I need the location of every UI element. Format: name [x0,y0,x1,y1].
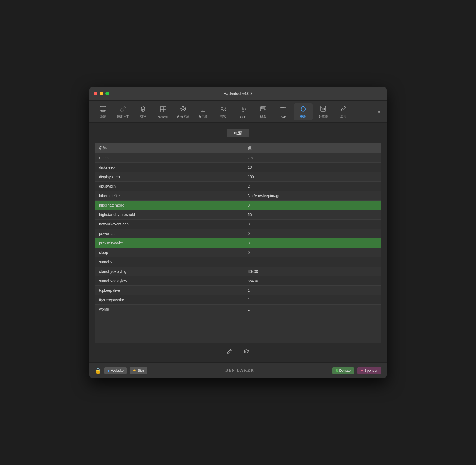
table-cell-name: hibernatemode [95,201,243,210]
sidebar-item-kext[interactable]: 内核扩展 [174,103,193,120]
table-cell-value: 2 [243,182,382,191]
audio-label: 音频 [220,115,226,119]
table-cell-value: 0 [243,201,382,210]
usb-label: USB [240,115,246,118]
content-area: 电源 名称 值 SleepOndisksleep10displaysleep18… [89,123,387,362]
table-cell-name: proximitywake [95,238,243,248]
sidebar-item-power[interactable]: 电源 [294,103,313,120]
footer-left: 🔒 ● Website ★ Star [95,367,147,374]
footer: 🔒 ● Website ★ Star BEN BAKER $ Donate ♥ … [89,362,387,378]
star-icon: ★ [133,368,136,373]
svg-rect-40 [322,107,325,108]
system-label: 系统 [100,115,106,119]
sidebar-item-pcie[interactable]: PCIe [274,104,293,120]
sidebar-item-tools[interactable]: 工具 [334,103,353,120]
svg-rect-9 [160,109,163,112]
table-row[interactable]: tcpkeepalive1 [95,286,381,295]
col-name-header: 名称 [95,143,243,153]
display-icon [199,105,207,114]
pcie-icon [279,105,287,114]
table-cell-value: /var/vm/sleepimage [243,191,382,201]
edit-button[interactable] [224,347,235,357]
sidebar-item-display[interactable]: 显示器 [194,103,213,120]
refresh-button[interactable] [241,347,252,357]
table-cell-name: ttyskeepawake [95,295,243,305]
table-row[interactable]: SleepOn [95,153,381,163]
table-cell-value: 0 [243,229,382,238]
toolbar-more[interactable]: » [375,107,382,116]
sponsor-button[interactable]: ♥ Sponsor [357,367,381,374]
table-cell-name: highstandbythreshold [95,210,243,220]
table-row[interactable]: standby1 [95,257,381,267]
svg-rect-6 [142,109,144,111]
pcie-label: PCIe [280,115,286,118]
svg-rect-10 [163,109,166,112]
table-cell-value: On [243,153,382,163]
kext-icon [179,105,187,114]
table-row[interactable]: highstandbythreshold50 [95,210,381,220]
table-row[interactable]: sleep0 [95,248,381,257]
svg-point-45 [323,108,324,109]
minimize-button[interactable] [100,92,103,95]
svg-point-31 [264,109,265,110]
table-row[interactable]: womp1 [95,305,381,314]
table-row[interactable]: displaysleep180 [95,172,381,182]
table-row[interactable]: hibernatemode0 [95,201,381,210]
sponsor-icon: ♥ [361,368,363,373]
table-cell-name: gpuswitch [95,182,243,191]
table-row[interactable]: gpuswitch2 [95,182,381,191]
table-cell-value: 1 [243,286,382,295]
svg-point-44 [322,108,323,109]
table-cell-name: standbydelayhigh [95,267,243,276]
sidebar-item-boot[interactable]: 引导 [134,103,153,120]
table-cell-name: sleep [95,248,243,257]
bottom-actions [224,343,252,358]
sponsor-label: Sponsor [365,368,378,373]
display-label: 显示器 [199,115,208,119]
lock-icon: 🔒 [95,367,101,374]
website-button[interactable]: ● Website [104,367,127,374]
table-cell-value: 0 [243,248,382,257]
titlebar: Hackintool v4.0.3 [89,87,387,101]
table-row[interactable]: hibernatefile/var/vm/sleepimage [95,191,381,201]
sidebar-item-audio[interactable]: 音频 [214,103,233,120]
disk-icon [259,105,267,114]
svg-line-5 [122,108,124,110]
disk-label: 磁盘 [260,115,266,119]
table-cell-name: womp [95,305,243,314]
table-row[interactable]: networkoversleep0 [95,220,381,229]
table-cell-name: displaysleep [95,172,243,182]
svg-point-43 [324,109,325,110]
power-table: 名称 值 SleepOndisksleep10displaysleep180gp… [95,143,381,314]
nvram-label: NVRAM [158,115,168,118]
close-button[interactable] [94,92,97,95]
table-row[interactable]: standbydelaylow86400 [95,276,381,286]
sidebar-item-disk[interactable]: 磁盘 [254,103,273,120]
sidebar-item-usb[interactable]: USB [234,104,253,120]
donate-label: Donate [339,368,351,373]
table-cell-value: 86400 [243,267,382,276]
table-row[interactable]: standbydelayhigh86400 [95,267,381,276]
sidebar-item-nvram[interactable]: NVRAM [154,104,173,120]
table-row[interactable]: proximitywake0 [95,238,381,248]
sidebar-item-system[interactable]: 系统 [94,103,113,120]
table-cell-value: 1 [243,295,382,305]
toolbar: 系统 应用补丁 引导 [89,101,387,123]
system-icon [99,105,107,114]
table-wrapper[interactable]: 名称 值 SleepOndisksleep10displaysleep180gp… [95,143,381,343]
table-cell-name: tcpkeepalive [95,286,243,295]
table-cell-value: 50 [243,210,382,220]
boot-label: 引导 [140,115,146,119]
table-row[interactable]: ttyskeepawake1 [95,295,381,305]
star-button[interactable]: ★ Star [130,367,147,374]
sidebar-item-patch[interactable]: 应用补丁 [114,103,133,120]
table-row[interactable]: disksleep10 [95,163,381,172]
nvram-icon [159,105,167,114]
donate-button[interactable]: $ Donate [332,367,355,374]
table-row[interactable]: powernap0 [95,229,381,238]
traffic-lights [94,92,109,95]
sidebar-item-calc[interactable]: 计算器 [314,103,333,120]
svg-marker-21 [221,106,224,111]
maximize-button[interactable] [105,92,109,95]
tools-label: 工具 [340,115,346,119]
